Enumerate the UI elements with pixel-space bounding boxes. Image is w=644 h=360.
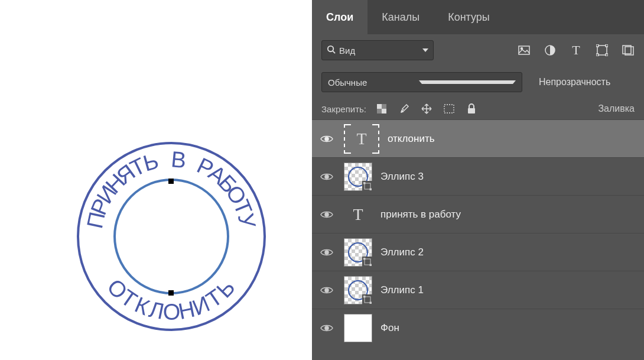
filter-shape-icon[interactable] <box>596 44 609 57</box>
layer-name[interactable]: Эллипс 3 <box>380 171 424 183</box>
svg-rect-22 <box>363 182 365 184</box>
layer-thumb-bg <box>344 314 372 342</box>
svg-rect-6 <box>596 44 599 47</box>
svg-rect-8 <box>596 54 599 56</box>
tab-layers[interactable]: Слои <box>312 0 367 34</box>
layer-row[interactable]: Эллипс 2 <box>312 233 644 271</box>
layer-name[interactable]: Фон <box>380 322 399 334</box>
svg-rect-27 <box>363 258 365 260</box>
svg-point-19 <box>325 137 328 141</box>
layer-name[interactable]: отклонить <box>388 133 435 145</box>
blend-mode-select[interactable]: Обычные <box>321 72 522 92</box>
fill-label[interactable]: Заливка <box>598 103 635 114</box>
lock-artboard-icon[interactable] <box>443 103 455 115</box>
layer-thumb-shape <box>344 238 372 267</box>
svg-point-0 <box>328 46 333 51</box>
svg-point-20 <box>325 175 328 179</box>
opacity-label[interactable]: Непрозрачность <box>539 77 610 87</box>
lock-position-icon[interactable] <box>421 103 432 115</box>
svg-point-33 <box>325 326 328 330</box>
svg-point-25 <box>325 251 328 254</box>
filter-type-icon[interactable]: T <box>570 44 583 57</box>
layer-row[interactable]: T отклонить <box>312 119 644 157</box>
svg-rect-13 <box>377 104 382 109</box>
layer-row[interactable]: Фон <box>312 309 644 346</box>
layer-row[interactable]: T принять в работу <box>312 195 644 233</box>
svg-rect-23 <box>370 189 372 190</box>
panel-tabs: Слои Каналы Контуры <box>312 0 644 34</box>
svg-rect-17 <box>444 105 454 113</box>
visibility-toggle[interactable] <box>318 210 336 219</box>
lock-brush-icon[interactable] <box>398 103 410 115</box>
svg-rect-14 <box>382 109 386 113</box>
chevron-down-icon <box>419 80 516 84</box>
lock-pixels-icon[interactable] <box>376 103 388 115</box>
shape-badge-icon <box>362 181 373 192</box>
svg-rect-28 <box>370 264 372 266</box>
lock-all-icon[interactable] <box>466 103 477 115</box>
svg-rect-16 <box>377 109 382 113</box>
layer-thumb-text-icon: T <box>344 125 379 153</box>
visibility-toggle[interactable] <box>318 248 336 257</box>
visibility-toggle[interactable] <box>318 286 336 295</box>
svg-rect-15 <box>382 104 386 109</box>
layer-row[interactable]: Эллипс 1 <box>312 271 644 309</box>
svg-rect-7 <box>606 44 608 47</box>
search-icon <box>327 45 336 56</box>
layer-name[interactable]: принять в работу <box>380 209 461 220</box>
visibility-toggle[interactable] <box>318 172 336 181</box>
shape-badge-icon <box>362 294 373 305</box>
blend-mode-value: Обычные <box>328 77 419 87</box>
layer-list: T отклонить Эллипс 3 T принять в работу … <box>312 119 644 346</box>
filter-label: Вид <box>339 46 419 56</box>
svg-rect-9 <box>606 54 608 56</box>
svg-line-1 <box>333 51 335 53</box>
layer-filter-select[interactable]: Вид <box>321 40 434 60</box>
shape-badge-icon <box>362 257 373 267</box>
canvas[interactable]: ПРИНЯТЬ В РАБОТУ ОТКЛОНИТЬ <box>0 0 312 360</box>
layer-name[interactable]: Эллипс 2 <box>380 247 424 258</box>
svg-rect-18 <box>468 108 475 113</box>
visibility-toggle[interactable] <box>318 134 336 144</box>
layer-thumb-shape <box>344 163 372 191</box>
layer-name[interactable]: Эллипс 1 <box>380 284 424 296</box>
filter-smart-icon[interactable] <box>622 44 635 57</box>
svg-rect-2 <box>519 46 529 54</box>
svg-point-3 <box>521 48 523 50</box>
stamp-artwork: ПРИНЯТЬ В РАБОТУ ОТКЛОНИТЬ <box>77 142 266 331</box>
lock-label: Закрепить: <box>321 104 366 114</box>
svg-point-29 <box>325 288 328 292</box>
svg-point-24 <box>325 213 328 216</box>
filter-pixel-icon[interactable] <box>518 44 531 57</box>
tab-channels[interactable]: Каналы <box>367 0 434 34</box>
svg-rect-31 <box>363 296 365 297</box>
chevron-down-icon <box>422 48 428 52</box>
layer-thumb-shape <box>344 276 372 304</box>
svg-rect-32 <box>370 302 372 304</box>
layer-thumb-text-icon: T <box>344 205 372 224</box>
layer-row[interactable]: Эллипс 3 <box>312 157 644 195</box>
stamp-bottom-text: ОТКЛОНИТЬ <box>77 142 266 331</box>
tab-paths[interactable]: Контуры <box>434 0 504 34</box>
layers-panel: Слои Каналы Контуры Вид T Обычные Непроз… <box>312 0 644 360</box>
filter-adjust-icon[interactable] <box>544 44 557 57</box>
visibility-toggle[interactable] <box>318 323 336 333</box>
